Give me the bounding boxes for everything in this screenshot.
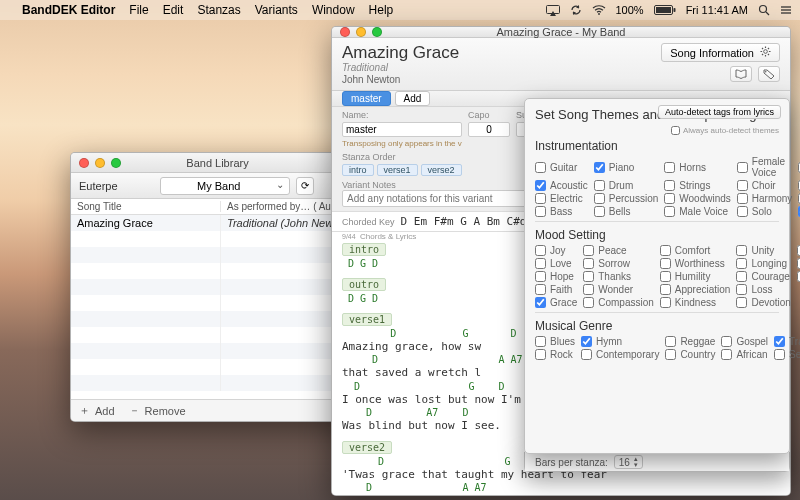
table-row[interactable]: Amazing Grace Traditional (John Newton) bbox=[71, 215, 364, 231]
col-song-title[interactable]: Song Title bbox=[71, 201, 221, 212]
tag-checkbox[interactable]: Contemporary bbox=[581, 349, 659, 360]
tag-checkbox[interactable]: Reggae bbox=[665, 336, 715, 347]
checkbox-input[interactable] bbox=[737, 180, 748, 191]
tag-checkbox[interactable]: Unity bbox=[736, 245, 790, 256]
tag-checkbox[interactable]: Country bbox=[665, 349, 715, 360]
wifi-icon[interactable] bbox=[592, 5, 606, 15]
tag-checkbox[interactable]: Drum bbox=[594, 180, 658, 191]
always-auto-detect-checkbox[interactable] bbox=[671, 126, 680, 135]
checkbox-input[interactable] bbox=[665, 349, 676, 360]
checkbox-input[interactable] bbox=[737, 162, 748, 173]
menubar-datetime[interactable]: Fri 11:41 AM bbox=[686, 4, 748, 16]
stanza-chip[interactable]: verse2 bbox=[421, 164, 462, 176]
tag-checkbox[interactable]: Hymn bbox=[581, 336, 659, 347]
checkbox-input[interactable] bbox=[736, 297, 747, 308]
checkbox-input[interactable] bbox=[535, 336, 546, 347]
book-icon[interactable] bbox=[730, 66, 752, 82]
tag-checkbox[interactable]: Courage bbox=[736, 271, 790, 282]
checkbox-input[interactable] bbox=[581, 349, 592, 360]
table-row[interactable] bbox=[71, 279, 364, 295]
table-row[interactable] bbox=[71, 263, 364, 279]
tag-checkbox[interactable]: Guitar bbox=[535, 156, 588, 178]
tag-checkbox[interactable]: Male Voice bbox=[664, 206, 731, 217]
tag-checkbox[interactable]: Strings bbox=[664, 180, 731, 191]
checkbox-input[interactable] bbox=[721, 349, 732, 360]
checkbox-input[interactable] bbox=[736, 258, 747, 269]
menubar-item-stanzas[interactable]: Stanzas bbox=[197, 3, 240, 17]
checkbox-input[interactable] bbox=[664, 206, 675, 217]
remove-song-button[interactable]: －Remove bbox=[129, 403, 186, 418]
menubar-item-window[interactable]: Window bbox=[312, 3, 355, 17]
checkbox-input[interactable] bbox=[581, 336, 592, 347]
tag-checkbox[interactable]: Appreciation bbox=[660, 284, 731, 295]
menubar-item-edit[interactable]: Edit bbox=[163, 3, 184, 17]
checkbox-input[interactable] bbox=[535, 297, 546, 308]
tag-checkbox[interactable]: Worthiness bbox=[660, 258, 731, 269]
checkbox-input[interactable] bbox=[535, 180, 546, 191]
tag-checkbox[interactable]: Thanks bbox=[583, 271, 654, 282]
tag-checkbox[interactable]: African bbox=[721, 349, 768, 360]
table-row[interactable] bbox=[71, 231, 364, 247]
table-row[interactable] bbox=[71, 311, 364, 327]
auto-detect-button[interactable]: Auto-detect tags from lyrics bbox=[658, 105, 781, 119]
editor-titlebar[interactable]: Amazing Grace - My Band bbox=[332, 27, 790, 38]
band-select[interactable]: My Band bbox=[160, 177, 290, 195]
tag-checkbox[interactable]: Piano bbox=[594, 156, 658, 178]
stanza-chip[interactable]: verse1 bbox=[377, 164, 418, 176]
checkbox-input[interactable] bbox=[535, 162, 546, 173]
variant-tab-master[interactable]: master bbox=[342, 91, 391, 106]
checkbox-input[interactable] bbox=[660, 271, 671, 282]
airplay-icon[interactable] bbox=[546, 5, 560, 16]
checkbox-input[interactable] bbox=[736, 284, 747, 295]
checkbox-input[interactable] bbox=[594, 193, 605, 204]
checkbox-input[interactable] bbox=[594, 180, 605, 191]
tag-checkbox[interactable]: Humility bbox=[660, 271, 731, 282]
table-row[interactable] bbox=[71, 375, 364, 391]
table-row[interactable] bbox=[71, 359, 364, 375]
tag-checkbox[interactable]: Sorrow bbox=[583, 258, 654, 269]
checkbox-input[interactable] bbox=[583, 245, 594, 256]
tag-checkbox[interactable]: Acoustic bbox=[535, 180, 588, 191]
menubar-item-file[interactable]: File bbox=[129, 3, 148, 17]
checkbox-input[interactable] bbox=[583, 258, 594, 269]
checkbox-input[interactable] bbox=[660, 297, 671, 308]
checkbox-input[interactable] bbox=[660, 284, 671, 295]
tag-checkbox[interactable]: Solo bbox=[737, 206, 793, 217]
tag-checkbox[interactable]: Faith bbox=[535, 284, 577, 295]
menubar-app-name[interactable]: BandDEK Editor bbox=[22, 3, 115, 17]
checkbox-input[interactable] bbox=[583, 297, 594, 308]
tag-checkbox[interactable]: Longing bbox=[736, 258, 790, 269]
tag-checkbox[interactable]: Woodwinds bbox=[664, 193, 731, 204]
tag-checkbox[interactable]: Choir bbox=[737, 180, 793, 191]
song-information-button[interactable]: Song Information bbox=[661, 43, 780, 62]
tag-checkbox[interactable]: Wonder bbox=[583, 284, 654, 295]
tag-checkbox[interactable]: Love bbox=[535, 258, 577, 269]
checkbox-input[interactable] bbox=[535, 284, 546, 295]
checkbox-input[interactable] bbox=[664, 162, 675, 173]
checkbox-input[interactable] bbox=[664, 193, 675, 204]
table-row[interactable] bbox=[71, 295, 364, 311]
checkbox-input[interactable] bbox=[535, 245, 546, 256]
tag-checkbox[interactable]: Horns bbox=[664, 156, 731, 178]
checkbox-input[interactable] bbox=[594, 206, 605, 217]
add-song-button[interactable]: ＋Add bbox=[79, 403, 115, 418]
spotlight-icon[interactable] bbox=[758, 4, 770, 16]
library-column-headers[interactable]: Song Title As performed by… ( Author ) bbox=[71, 199, 364, 215]
battery-icon[interactable] bbox=[654, 5, 676, 15]
tag-checkbox[interactable]: Female Voice bbox=[737, 156, 793, 178]
checkbox-input[interactable] bbox=[660, 258, 671, 269]
updates-icon[interactable] bbox=[570, 4, 582, 16]
tag-checkbox[interactable]: Secular bbox=[774, 349, 800, 360]
checkbox-input[interactable] bbox=[736, 245, 747, 256]
checkbox-input[interactable] bbox=[535, 349, 546, 360]
tag-checkbox[interactable]: Rock bbox=[535, 349, 575, 360]
checkbox-input[interactable] bbox=[583, 271, 594, 282]
checkbox-input[interactable] bbox=[721, 336, 732, 347]
tag-checkbox[interactable]: Bass bbox=[535, 206, 588, 217]
tag-checkbox[interactable]: Traditional bbox=[774, 336, 800, 347]
variant-add-button[interactable]: Add bbox=[395, 91, 431, 106]
checkbox-input[interactable] bbox=[737, 193, 748, 204]
tag-checkbox[interactable]: Electric bbox=[535, 193, 588, 204]
checkbox-input[interactable] bbox=[736, 271, 747, 282]
refresh-button[interactable]: ⟳ bbox=[296, 177, 314, 195]
